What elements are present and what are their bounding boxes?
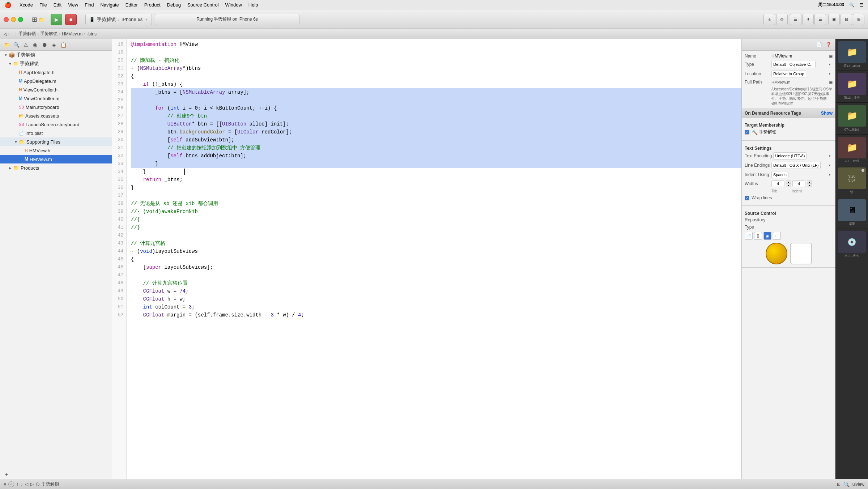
menu-xcode[interactable]: Xcode [20,2,33,8]
menu-source-control[interactable]: Source Control [187,2,219,8]
thumb-desktop[interactable]: 🖥 桌面 [836,197,868,229]
sc-icon-3[interactable]: ◉ [763,232,771,240]
tree-item-viewcontroller-m[interactable]: M ViewController.m [0,94,112,103]
tree-item-appdelegate-m[interactable]: M AppDelegate.m [0,77,112,85]
status-location-btn[interactable]: ⬡ [36,482,39,487]
wrap-lines-checkbox[interactable]: ✓ [745,196,749,200]
close-button[interactable] [4,17,9,22]
menu-edit[interactable]: Edit [54,2,61,8]
menubar-extra[interactable]: ☰ [860,3,864,8]
inspector-toggle[interactable]: ☰ [814,14,826,25]
sc-icon-4[interactable]: □ [773,232,781,240]
scheme-selector[interactable]: 📱 手势解锁 › iPhone 6s ▼ [85,14,152,25]
minimize-button[interactable] [11,17,16,22]
menu-window[interactable]: Window [225,2,242,8]
tree-item-main-storyboard[interactable]: SB Main.storyboard [0,103,112,111]
tree-item-hmview-m[interactable]: M HMView.m [0,155,112,163]
thumb-folder-1[interactable]: 📁 第13...aster [836,39,868,71]
version-editor-btn[interactable]: ⊞ [853,14,864,25]
status-breakpoint-btn[interactable]: ○ [8,481,14,487]
status-filter-icon[interactable]: 🔍 [843,481,850,487]
status-toggle-btn[interactable]: ≡ [4,482,6,487]
breadcrumb-item-1[interactable]: 手势解锁 [18,31,36,37]
tree-item-products[interactable]: 📁 Products [0,163,112,172]
indent-step-down[interactable]: ▼ [807,184,812,187]
navigator-toggle[interactable]: ☰ [790,14,801,25]
thumb-dmg[interactable]: 💿 xco....dmg [836,229,868,259]
nav-report-btn[interactable]: 📋 [59,41,67,49]
tree-item-target[interactable]: 📁 手势解锁 [0,59,112,68]
menu-product[interactable]: Product [144,2,161,8]
tree-item-viewcontroller-h[interactable]: H ViewController.h [0,85,112,94]
indent-stepper[interactable]: ▲ ▼ [807,180,812,187]
status-continue-btn[interactable]: ▷ [30,482,34,487]
add-file-button[interactable]: + [3,471,10,478]
status-step-into-btn[interactable]: ↓ [21,482,23,487]
menu-file[interactable]: File [39,2,47,8]
nav-breakpoint-btn[interactable]: ◈ [50,41,58,49]
tree-item-launchscreen[interactable]: SB LaunchScreen.storyboard [0,120,112,129]
indent-using-select[interactable]: Spaces [771,171,788,178]
status-step-out-btn[interactable]: ◁ [25,482,28,487]
inspector-reveal-btn[interactable]: ▣ [829,54,833,59]
nav-back-icon[interactable]: ⊞ [32,16,37,24]
menu-editor[interactable]: Editor [125,2,138,8]
nav-folder-btn[interactable]: 📁 [3,41,11,49]
thumb-folder-4[interactable]: 📁 ZJL...etail [836,135,868,165]
breadcrumb-item-2[interactable]: 手势解锁 [40,31,58,37]
sc-icon-2[interactable]: {} [754,232,762,240]
tree-item-supporting-files[interactable]: 📁 Supporting Files [0,137,112,146]
menu-navigate[interactable]: Navigate [100,2,119,8]
tab-step-up[interactable]: ▲ [786,180,791,184]
menubar-search[interactable]: 🔍 [849,3,855,8]
standard-editor-btn[interactable]: ▣ [828,14,840,25]
tree-item-hmview-h[interactable]: H HMView.h [0,146,112,155]
code-editor[interactable]: 18 19 20 21 22 23 24 25 26 27 28 29 30 3… [112,39,741,479]
run-button[interactable]: ▶ [51,14,62,25]
nav-debug-btn[interactable]: ⬢ [41,41,48,49]
nav-warning-btn[interactable]: ⚠ [22,41,30,49]
assistant-editor-btn[interactable]: ⊟ [841,14,852,25]
indent-width-input[interactable] [792,180,805,187]
nav-test-btn[interactable]: ◉ [31,41,39,49]
breadcrumb-nav-fwd[interactable]: ▷ [8,31,12,37]
tree-item-info-plist[interactable]: 📄 Info.plist [0,129,112,137]
encoding-select[interactable]: Unicode (UTF-8) [773,152,807,160]
thumb-folder-3[interactable]: 📁 07-...化(优 [836,103,868,135]
code-lines[interactable]: @implementation HMView // 懒加载 - 初始化 - (N… [127,39,741,479]
apple-menu[interactable]: 🍎 [4,1,12,8]
sc-icon-1[interactable]: 📄 [745,232,753,240]
inspector-location-select[interactable]: Relative to Group [771,70,806,77]
inspector-path-reveal[interactable]: ▣ [829,80,833,85]
menu-help[interactable]: Help [248,2,258,8]
breadcrumb-nav-back[interactable]: ◁ [4,31,7,37]
inspector-quick-btn[interactable]: ❓ [825,41,833,49]
indent-step-up[interactable]: ▲ [807,180,812,184]
line-endings-select[interactable]: Default - OS X / Unix (LF) [771,162,821,169]
tree-item-project[interactable]: 📦 手势解锁 [0,51,112,59]
status-build-btn[interactable]: ⊡ [837,482,841,487]
nav-search-btn[interactable]: 🔍 [12,41,20,49]
maximize-button[interactable] [18,17,23,22]
breadcrumb-item-4[interactable]: -btns [87,31,97,37]
target-checkbox[interactable]: ✓ [745,130,749,135]
tab-step-down[interactable]: ▼ [786,184,791,187]
inspector-type-select[interactable]: Default - Objective-C... [771,61,816,68]
debugger-toggle[interactable]: ⬇ [802,14,814,25]
error-button[interactable]: ⊘ [776,14,788,25]
menu-view[interactable]: View [68,2,78,8]
show-link[interactable]: Show [821,111,833,116]
menu-debug[interactable]: Debug [167,2,181,8]
menu-find[interactable]: Find [85,2,94,8]
inspector-file-btn[interactable]: 📄 [815,41,823,49]
tree-item-assets[interactable]: 📂 Assets.xcassets [0,111,112,120]
warning-button[interactable]: ⚠ [763,14,775,25]
tab-stepper[interactable]: ▲ ▼ [786,180,791,187]
nav-folder-icon[interactable]: 📁 [39,17,45,22]
on-demand-header[interactable]: On Demand Resource Tags Show [742,109,835,118]
status-step-over-btn[interactable]: ↑ [16,482,18,487]
breadcrumb-item-3[interactable]: HMView.m [62,31,82,37]
stop-button[interactable]: ■ [65,14,77,25]
tree-item-appdelegate-h[interactable]: H AppDelegate.h [0,68,112,77]
thumb-folder-2[interactable]: 📁 第13...业务 [836,71,868,103]
